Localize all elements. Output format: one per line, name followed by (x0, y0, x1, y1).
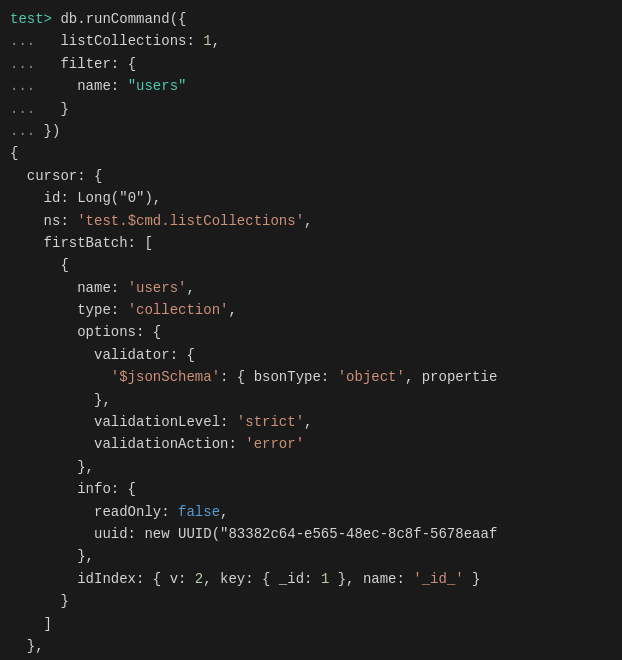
terminal-line: test> db.runCommand({ (0, 8, 622, 30)
terminal-line: }, (0, 389, 622, 411)
terminal-line: }, (0, 545, 622, 567)
terminal-line: } (0, 590, 622, 612)
terminal-line: validationLevel: 'strict', (0, 411, 622, 433)
terminal-line: id: Long("0"), (0, 187, 622, 209)
terminal-line: ... listCollections: 1, (0, 30, 622, 52)
terminal: test> db.runCommand({... listCollections… (0, 0, 622, 660)
terminal-line: type: 'collection', (0, 299, 622, 321)
terminal-line: ... name: "users" (0, 75, 622, 97)
terminal-line: cursor: { (0, 165, 622, 187)
terminal-line: ... }) (0, 120, 622, 142)
terminal-line: name: 'users', (0, 277, 622, 299)
terminal-line: { (0, 142, 622, 164)
terminal-line: validator: { (0, 344, 622, 366)
terminal-line: '$jsonSchema': { bsonType: 'object', pro… (0, 366, 622, 388)
terminal-line: firstBatch: [ (0, 232, 622, 254)
terminal-line: idIndex: { v: 2, key: { _id: 1 }, name: … (0, 568, 622, 590)
terminal-line: uuid: new UUID("83382c64-e565-48ec-8c8f-… (0, 523, 622, 545)
terminal-line: info: { (0, 478, 622, 500)
terminal-line: readOnly: false, (0, 501, 622, 523)
terminal-line: validationAction: 'error' (0, 433, 622, 455)
terminal-line: }, (0, 456, 622, 478)
terminal-line: }, (0, 635, 622, 657)
terminal-line: ] (0, 613, 622, 635)
terminal-line: ... filter: { (0, 53, 622, 75)
terminal-line: { (0, 254, 622, 276)
terminal-line: ... } (0, 98, 622, 120)
terminal-line: options: { (0, 321, 622, 343)
terminal-line: ns: 'test.$cmd.listCollections', (0, 210, 622, 232)
